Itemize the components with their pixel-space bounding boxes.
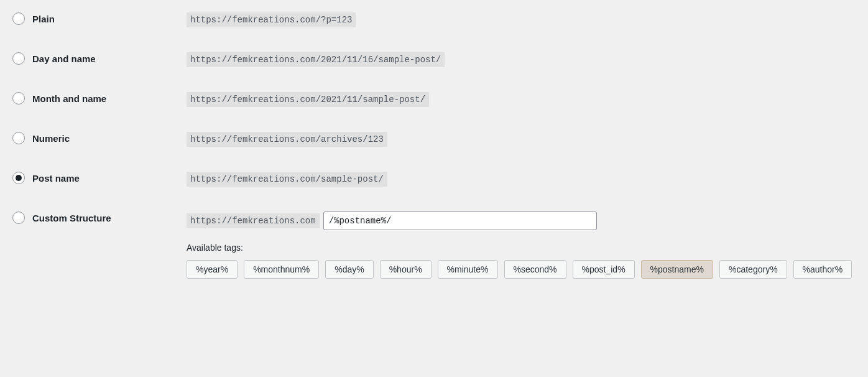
radio-group-plain[interactable]: Plain bbox=[12, 12, 187, 25]
tag-button-author[interactable]: %author% bbox=[793, 260, 852, 279]
example-code-plain: https://femkreations.com/?p=123 bbox=[187, 12, 356, 27]
example-post-name: https://femkreations.com/sample-post/ bbox=[187, 172, 856, 187]
radio-custom[interactable] bbox=[12, 212, 25, 224]
example-plain: https://femkreations.com/?p=123 bbox=[187, 12, 856, 27]
option-numeric: Numeric https://femkreations.com/archive… bbox=[12, 132, 856, 147]
radio-plain[interactable] bbox=[12, 12, 25, 25]
custom-structure-input[interactable] bbox=[323, 212, 597, 230]
option-plain: Plain https://femkreations.com/?p=123 bbox=[12, 12, 856, 27]
option-day-name: Day and name https://femkreations.com/20… bbox=[12, 52, 856, 67]
custom-input-row: https://femkreations.com bbox=[187, 212, 856, 230]
tag-button-postname[interactable]: %postname% bbox=[641, 260, 713, 279]
available-tags-label: Available tags: bbox=[187, 243, 856, 253]
tag-button-second[interactable]: %second% bbox=[504, 260, 566, 279]
radio-group-numeric[interactable]: Numeric bbox=[12, 132, 187, 144]
example-day-name: https://femkreations.com/2021/11/16/samp… bbox=[187, 52, 856, 67]
example-month-name: https://femkreations.com/2021/11/sample-… bbox=[187, 92, 856, 107]
radio-label-custom: Custom Structure bbox=[32, 213, 111, 223]
tag-button-minute[interactable]: %minute% bbox=[438, 260, 498, 279]
example-code-post-name: https://femkreations.com/sample-post/ bbox=[187, 172, 387, 187]
radio-label-plain: Plain bbox=[32, 14, 55, 24]
radio-label-day-name: Day and name bbox=[32, 54, 96, 64]
custom-base-url: https://femkreations.com bbox=[187, 213, 320, 228]
tag-button-monthnum[interactable]: %monthnum% bbox=[244, 260, 319, 279]
radio-label-numeric: Numeric bbox=[32, 133, 70, 144]
radio-group-post-name[interactable]: Post name bbox=[12, 172, 187, 184]
option-custom: Custom Structure https://femkreations.co… bbox=[12, 212, 856, 279]
tag-button-day[interactable]: %day% bbox=[325, 260, 373, 279]
tag-button-hour[interactable]: %hour% bbox=[380, 260, 432, 279]
tag-button-year[interactable]: %year% bbox=[187, 260, 238, 279]
radio-post-name[interactable] bbox=[12, 172, 25, 184]
example-code-month-name: https://femkreations.com/2021/11/sample-… bbox=[187, 92, 429, 107]
radio-label-post-name: Post name bbox=[32, 173, 80, 184]
option-post-name: Post name https://femkreations.com/sampl… bbox=[12, 172, 856, 187]
radio-numeric[interactable] bbox=[12, 132, 25, 144]
radio-group-custom[interactable]: Custom Structure bbox=[12, 212, 187, 224]
custom-structure-area: https://femkreations.com Available tags:… bbox=[187, 212, 856, 279]
example-code-day-name: https://femkreations.com/2021/11/16/samp… bbox=[187, 52, 445, 67]
example-numeric: https://femkreations.com/archives/123 bbox=[187, 132, 856, 147]
example-code-numeric: https://femkreations.com/archives/123 bbox=[187, 132, 387, 147]
tag-button-category[interactable]: %category% bbox=[719, 260, 787, 279]
tags-container: %year%%monthnum%%day%%hour%%minute%%seco… bbox=[187, 260, 856, 279]
radio-month-name[interactable] bbox=[12, 92, 25, 105]
radio-label-month-name: Month and name bbox=[32, 93, 106, 104]
option-month-name: Month and name https://femkreations.com/… bbox=[12, 92, 856, 107]
radio-day-name[interactable] bbox=[12, 52, 25, 65]
permalink-settings: Plain https://femkreations.com/?p=123 Da… bbox=[12, 12, 856, 279]
radio-group-day-name[interactable]: Day and name bbox=[12, 52, 187, 65]
tag-button-post-id[interactable]: %post_id% bbox=[573, 260, 635, 279]
radio-group-month-name[interactable]: Month and name bbox=[12, 92, 187, 105]
